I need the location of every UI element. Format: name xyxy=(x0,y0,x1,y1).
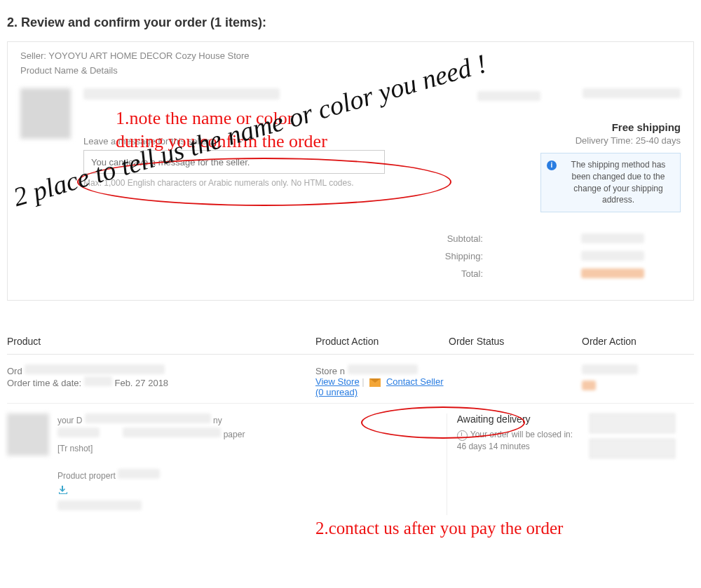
order-closed-value: 46 days 14 minutes xyxy=(457,442,530,451)
order-totals: Subtotal: Shipping: Total: xyxy=(20,233,681,280)
ord-label: Ord xyxy=(7,366,22,376)
blurred-action-button-1[interactable] xyxy=(590,413,675,433)
blurred-product-title xyxy=(83,88,280,100)
order-closed-label: Your order will be closed in: xyxy=(470,430,573,439)
seller-line: Seller: YOYOYU ART HOME DECOR Cozy House… xyxy=(20,50,681,61)
seller-name: YOYOYU ART HOME DECOR Cozy House Store xyxy=(48,50,249,61)
product-properties-label: Product propert xyxy=(57,471,116,481)
download-icon[interactable] xyxy=(57,485,69,495)
annotation-note-2: 2.contact us after you pay the order xyxy=(315,519,563,538)
product-thumb-2[interactable] xyxy=(7,413,49,456)
section-heading: 2. Review and confirm your order (1 item… xyxy=(0,0,701,36)
shipping-notice-text: The shipping method has been changed due… xyxy=(571,160,666,205)
blurred-action-button-2[interactable] xyxy=(590,439,675,458)
order-table: Product Product Action Order Status Orde… xyxy=(7,329,694,520)
store-label: Store n xyxy=(315,366,345,376)
blurred-prod-line2b xyxy=(123,428,221,437)
message-hint: Max. 1,000 English characters or Arabic … xyxy=(83,178,456,188)
delivery-time-value: 25-40 days xyxy=(636,135,681,146)
shipping-notice: i The shipping method has been changed d… xyxy=(540,153,681,212)
awaiting-delivery-label: Awaiting delivery xyxy=(457,413,590,425)
blurred-prod-line1 xyxy=(85,413,211,423)
product-thumbnail[interactable] xyxy=(20,88,71,139)
blurred-order-action-1 xyxy=(582,364,638,374)
snapshot-label: [Tr nshot] xyxy=(57,444,93,453)
paper-label: paper xyxy=(224,430,245,439)
blurred-subtotal xyxy=(581,233,644,243)
order-time-label: Order time & date: xyxy=(7,378,81,388)
blurred-total xyxy=(581,268,644,278)
order-time-value: Feb. 27 2018 xyxy=(114,378,168,388)
blurred-store xyxy=(348,364,418,374)
col-header-product: Product xyxy=(7,336,315,347)
blurred-order-action-2 xyxy=(582,381,596,390)
contact-seller-unread: (0 unread) xyxy=(315,387,358,397)
blurred-prod-line2a xyxy=(57,428,100,437)
free-shipping-label: Free shipping xyxy=(540,121,681,133)
blurred-shipping xyxy=(581,251,644,261)
col-header-product-action: Product Action xyxy=(315,336,449,347)
order-review-box: Seller: YOYOYU ART HOME DECOR Cozy House… xyxy=(7,41,694,301)
col-header-order-action: Order Action xyxy=(582,336,687,347)
delivery-time: Delivery Time: 25-40 days xyxy=(540,135,681,146)
leave-message-label: Leave a message for this seller: xyxy=(83,136,456,146)
clock-icon xyxy=(457,430,468,441)
your-label: your D xyxy=(57,416,82,425)
blurred-prop xyxy=(118,469,160,479)
view-store-link[interactable]: View Store xyxy=(315,376,360,387)
info-icon: i xyxy=(547,160,557,170)
seller-message-input[interactable] xyxy=(83,150,385,174)
blurred-color-line xyxy=(57,500,142,510)
mail-icon xyxy=(369,378,381,387)
blurred-order-time xyxy=(84,376,112,386)
seller-label: Seller: xyxy=(20,50,46,61)
col-header-order-status: Order Status xyxy=(449,336,582,347)
ny-label: ny xyxy=(213,416,222,425)
blurred-order-id xyxy=(25,364,165,374)
subtotal-label: Subtotal: xyxy=(20,233,504,245)
shipping-label: Shipping: xyxy=(20,251,504,263)
blurred-price xyxy=(583,88,681,98)
product-name-details-label: Product Name & Details xyxy=(20,65,681,76)
total-label: Total: xyxy=(20,268,504,280)
blurred-quantity xyxy=(477,91,540,101)
delivery-time-label: Delivery Time: xyxy=(576,135,633,146)
contact-seller-text: Contact Seller xyxy=(386,376,444,387)
